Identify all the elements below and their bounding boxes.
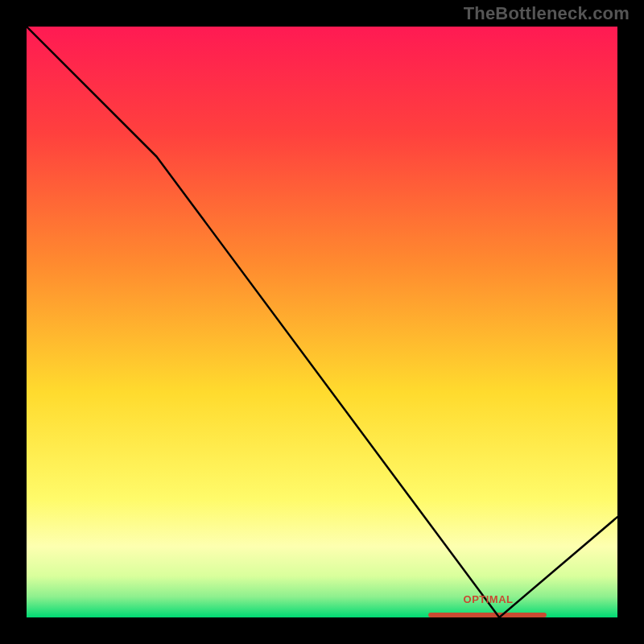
optimal-label: OPTIMAL [464,593,514,605]
optimal-range-bar [428,613,547,617]
chart-frame: TheBottleneck.com OPTIMAL [0,0,644,644]
plot-svg [27,27,617,617]
plot-area: OPTIMAL [27,27,617,617]
watermark-text: TheBottleneck.com [464,3,630,24]
